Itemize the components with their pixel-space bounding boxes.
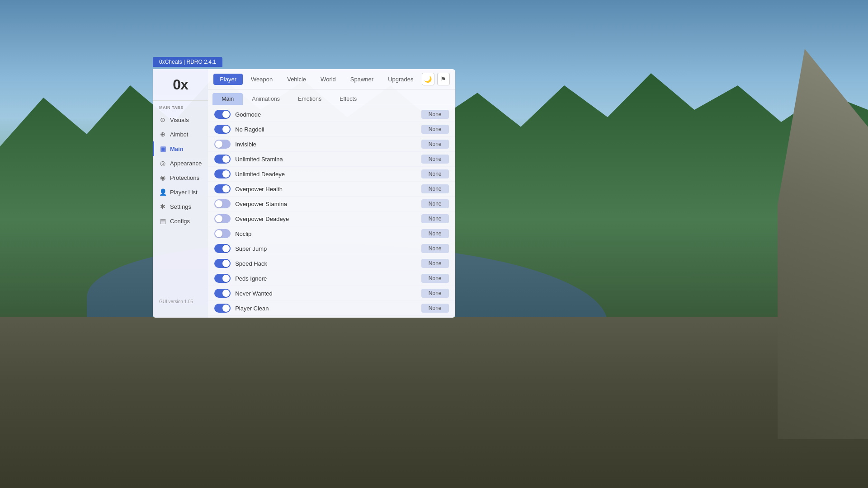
rocks [0,317,868,488]
item-value-invisible[interactable]: None [421,140,449,149]
toggle-knob-speed-hack [222,260,230,267]
sidebar-item-main[interactable]: ▣ Main [153,141,208,156]
toggle-knob-godmode [222,111,230,118]
sidebar-label-configs: Configs [170,218,190,225]
top-tab-spawner[interactable]: Spawner [344,74,380,85]
sidebar-label-player-list: Player List [170,189,198,196]
sidebar-item-player-list[interactable]: 👤 Player List [153,185,208,199]
toggle-knob-invisible [215,141,222,148]
sidebar-item-protections[interactable]: ◉ Protections [153,170,208,185]
configs-icon: ▤ [159,217,166,225]
toggle-knob-peds-ignore [222,275,230,282]
toggle-knob-no-ragdoll [222,126,230,133]
toggle-knob-overpower-stamina [215,200,222,207]
toggle-player-clean[interactable] [214,304,231,313]
sub-tab-animations[interactable]: Animations [243,93,289,105]
toggle-godmode[interactable] [214,110,231,119]
flag-icon[interactable]: ⚑ [437,73,450,85]
item-label-player-clean: Player Clean [235,305,417,312]
sub-tab-emotions[interactable]: Emotions [289,93,330,105]
gui-version: GUI version 1.05 [153,295,208,309]
toggle-overpower-stamina[interactable] [214,199,231,208]
sidebar-label-appearance: Appearance [170,160,202,167]
settings-icon: ✱ [159,203,166,210]
item-row-unlimited-stamina: Unlimited StaminaNone [208,152,455,167]
item-row-noclip: NoclipNone [208,226,455,241]
player-items: GodmodeNoneNo RagdollNoneInvisibleNoneUn… [208,107,455,316]
item-label-godmode: Godmode [235,111,417,118]
item-value-overpower-health[interactable]: None [421,184,449,193]
toggle-knob-player-clean [222,305,230,312]
item-row-godmode: GodmodeNone [208,107,455,122]
sidebar-item-configs[interactable]: ▤ Configs [153,214,208,228]
gui-window: 0xCheats | RDRO 2.4.1 0x MAIN TABS ⊙ Vis… [153,69,451,318]
appearance-icon: ◎ [159,160,166,167]
item-label-invisible: Invisible [235,141,417,148]
moon-icon[interactable]: 🌙 [422,73,434,85]
toggle-peds-ignore[interactable] [214,274,231,283]
toggle-knob-overpower-health [222,185,230,192]
main-icon: ▣ [159,145,166,152]
main-panel: PlayerWeaponVehicleWorldSpawnerUpgrades … [208,69,455,318]
sidebar-label-aimbot: Aimbot [170,131,188,138]
sidebar-item-visuals[interactable]: ⊙ Visuals [153,113,208,127]
items-list[interactable]: GodmodeNoneNo RagdollNoneInvisibleNoneUn… [208,105,455,318]
item-value-unlimited-deadeye[interactable]: None [421,169,449,178]
logo-area: 0x [153,69,208,101]
toggle-knob-noclip [215,230,222,237]
sub-tab-effects[interactable]: Effects [330,93,366,105]
item-value-unlimited-stamina[interactable]: None [421,155,449,164]
toggle-no-ragdoll[interactable] [214,125,231,134]
item-row-no-ragdoll: No RagdollNone [208,122,455,137]
sidebar-item-aimbot[interactable]: ⊕ Aimbot [153,127,208,141]
toggle-invisible[interactable] [214,140,231,149]
sidebar-item-appearance[interactable]: ◎ Appearance [153,156,208,170]
toggle-speed-hack[interactable] [214,259,231,268]
item-value-player-clean[interactable]: None [421,304,449,313]
sub-tab-main[interactable]: Main [212,93,243,105]
player-list-icon: 👤 [159,188,166,196]
item-label-peds-ignore: Peds Ignore [235,275,417,282]
item-value-overpower-stamina[interactable]: None [421,199,449,208]
item-row-peds-ignore: Peds IgnoreNone [208,271,455,286]
sidebar-label-main: Main [170,145,184,152]
sidebar-label-visuals: Visuals [170,117,189,123]
item-value-overpower-deadeye[interactable]: None [421,214,449,223]
toggle-unlimited-deadeye[interactable] [214,169,231,178]
item-label-never-wanted: Never Wanted [235,290,417,297]
toggle-noclip[interactable] [214,229,231,238]
toggle-overpower-deadeye[interactable] [214,214,231,223]
top-tab-weapon[interactable]: Weapon [245,74,279,85]
item-value-never-wanted[interactable]: None [421,289,449,298]
toggle-overpower-health[interactable] [214,184,231,193]
item-row-never-wanted: Never WantedNone [208,286,455,301]
item-label-speed-hack: Speed Hack [235,260,417,267]
item-label-overpower-stamina: Overpower Stamina [235,201,417,207]
toggle-never-wanted[interactable] [214,289,231,298]
item-value-peds-ignore[interactable]: None [421,274,449,283]
toggle-knob-unlimited-deadeye [222,170,230,178]
item-value-no-ragdoll[interactable]: None [421,125,449,134]
item-value-super-jump[interactable]: None [421,244,449,253]
toggle-knob-overpower-deadeye [215,215,222,222]
toggle-unlimited-stamina[interactable] [214,155,231,164]
top-tab-vehicle[interactable]: Vehicle [281,74,312,85]
item-label-overpower-health: Overpower Health [235,186,417,192]
sidebar-label-settings: Settings [170,203,191,210]
top-tabs: PlayerWeaponVehicleWorldSpawnerUpgrades … [208,69,455,89]
item-row-overpower-health: Overpower HealthNone [208,182,455,197]
item-value-noclip[interactable]: None [421,229,449,238]
sub-tabs: MainAnimationsEmotionsEffects [208,89,455,105]
item-value-godmode[interactable]: None [421,110,449,119]
item-row-unlimited-deadeye: Unlimited DeadeyeNone [208,167,455,182]
item-label-unlimited-deadeye: Unlimited Deadeye [235,171,417,178]
main-tabs-label: MAIN TABS [153,101,208,113]
item-value-speed-hack[interactable]: None [421,259,449,268]
toggle-super-jump[interactable] [214,244,231,253]
top-tab-upgrades[interactable]: Upgrades [382,74,420,85]
top-tab-world[interactable]: World [314,74,342,85]
sidebar-item-settings[interactable]: ✱ Settings [153,199,208,214]
sub-tabs-list: MainAnimationsEmotionsEffects [212,93,366,105]
top-tab-player[interactable]: Player [213,74,243,85]
protections-icon: ◉ [159,174,166,181]
